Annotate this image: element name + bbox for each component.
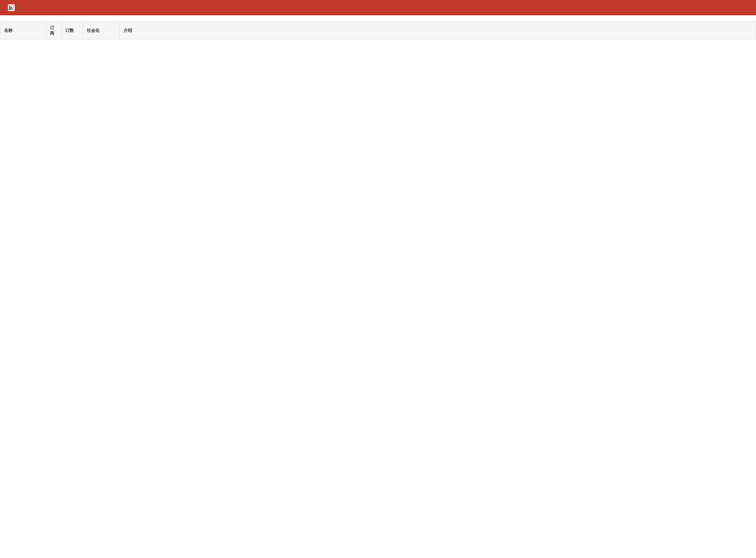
- header: [0, 0, 756, 15]
- table-header-row: 名称 订阅 订数 社会化 介绍: [0, 22, 756, 40]
- logo: [6, 4, 15, 11]
- col-header-count: 订数: [61, 22, 83, 40]
- col-header-intro: 介绍: [120, 22, 756, 40]
- rss-logo-icon: [8, 4, 15, 11]
- col-header-sub: 订阅: [46, 22, 61, 40]
- main-table: 名称 订阅 订数 社会化 介绍: [0, 22, 756, 40]
- table-head: 名称 订阅 订数 社会化 介绍: [0, 22, 756, 40]
- table-wrapper: 名称 订阅 订数 社会化 介绍: [0, 22, 756, 40]
- col-header-name: 名称: [0, 22, 46, 40]
- tab-bar: [0, 15, 756, 22]
- svg-point-2: [9, 8, 10, 10]
- col-header-social: 社会化: [83, 22, 120, 40]
